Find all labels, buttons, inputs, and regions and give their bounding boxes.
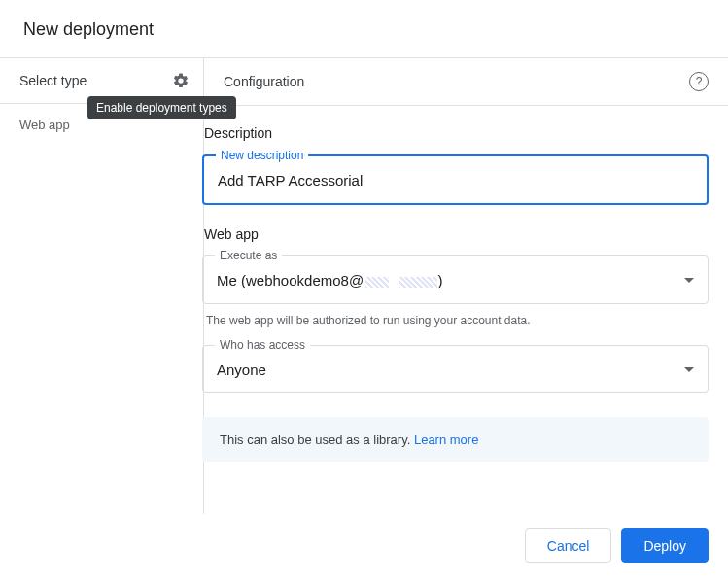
select-type-sidebar: Select type Enable deployment types Web … [0, 58, 204, 514]
config-header: Configuration ? [204, 58, 728, 106]
description-section-label: Description [204, 125, 709, 141]
execute-as-select[interactable]: Me (webhookdemo8@ ) [203, 256, 708, 303]
description-input[interactable] [204, 156, 707, 203]
execute-as-value: Me (webhookdemo8@ ) [217, 272, 442, 288]
access-select[interactable]: Anyone [203, 346, 708, 392]
execute-as-field[interactable]: Execute as Me (webhookdemo8@ ) [202, 255, 709, 304]
execute-as-suffix: ) [437, 272, 442, 288]
deploy-button[interactable]: Deploy [621, 528, 709, 563]
execute-as-floating-label: Execute as [215, 249, 282, 262]
gear-icon[interactable] [172, 72, 190, 89]
execute-as-prefix: Me (webhookdemo8@ [217, 272, 364, 288]
chevron-down-icon [684, 367, 694, 372]
dialog-footer: Cancel Deploy [525, 528, 709, 563]
webapp-section-label: Web app [204, 226, 709, 242]
description-field[interactable]: New description [202, 154, 709, 205]
redacted-text [365, 277, 389, 288]
library-info-banner: This can also be used as a library. Lear… [202, 417, 709, 462]
help-icon[interactable]: ? [689, 72, 709, 91]
redacted-text [399, 277, 437, 288]
content-row: Select type Enable deployment types Web … [0, 57, 728, 514]
chevron-down-icon [684, 278, 694, 283]
cancel-button[interactable]: Cancel [525, 528, 612, 563]
access-value: Anyone [217, 361, 266, 378]
config-header-label: Configuration [224, 74, 304, 89]
enable-deployment-types-tooltip: Enable deployment types [87, 96, 236, 119]
configuration-panel: Configuration ? Description New descript… [204, 58, 728, 514]
config-form: Description New description Web app Exec… [202, 106, 728, 462]
sidebar-header-label: Select type [19, 73, 87, 88]
dialog-title: New deployment [0, 0, 728, 57]
access-field[interactable]: Who has access Anyone [202, 345, 709, 393]
access-floating-label: Who has access [215, 338, 310, 352]
banner-text: This can also be used as a library. [220, 432, 414, 447]
learn-more-link[interactable]: Learn more [414, 432, 478, 447]
execute-as-helper: The web app will be authorized to run us… [206, 314, 709, 327]
description-floating-label: New description [216, 149, 308, 162]
